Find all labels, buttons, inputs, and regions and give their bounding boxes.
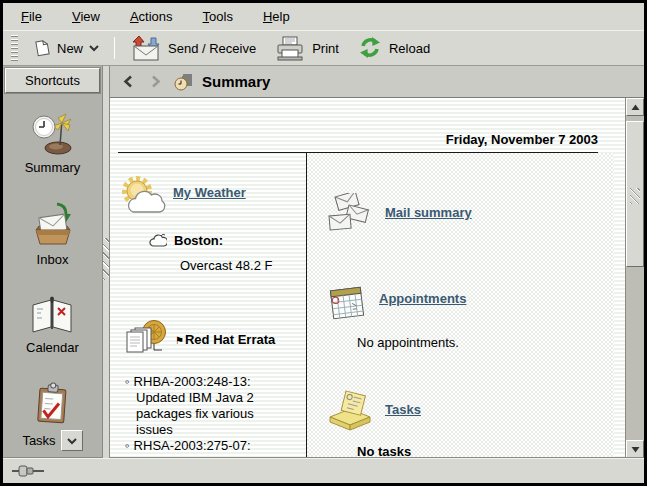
appointments-section-header: Appointments <box>327 283 614 323</box>
print-button-label: Print <box>312 41 339 56</box>
toolbar-grip-handle[interactable] <box>11 35 18 61</box>
status-bar <box>3 458 644 483</box>
open-book-icon <box>29 293 75 335</box>
appointments-link[interactable]: Appointments <box>379 291 466 323</box>
no-appointments-text: No appointments. <box>357 335 614 350</box>
my-weather-link[interactable]: My Weather <box>173 185 246 221</box>
cloud-icon <box>149 233 167 248</box>
errata-list: RHBA-2003:248-13: Updated IBM Java 2 pac… <box>125 374 293 458</box>
evolution-window: File View Actions Tools Help New <box>0 0 647 486</box>
tasks-link[interactable]: Tasks <box>385 402 421 432</box>
chevron-down-icon <box>89 44 99 52</box>
sidebar-item-calendar-label: Calendar <box>26 340 79 355</box>
sidebar-item-summary[interactable]: Summary <box>25 111 81 175</box>
shortcuts-sidebar: Shortcuts <box>3 66 103 458</box>
sidebar-item-summary-label: Summary <box>25 160 81 175</box>
shortcut-group-dropdown-button[interactable] <box>61 430 83 451</box>
chevron-right-icon <box>151 75 161 88</box>
menu-file[interactable]: File <box>11 5 52 28</box>
back-button[interactable] <box>118 72 138 92</box>
sidebar-item-calendar[interactable]: Calendar <box>26 293 79 355</box>
summary-title-icon <box>174 73 194 91</box>
left-column: My Weather Boston: Overcast 48.2 F <box>110 153 306 458</box>
content-row: Friday, November 7 2003 <box>110 98 644 458</box>
no-tasks-text: No tasks <box>357 444 614 458</box>
arrow-up-icon <box>631 104 640 111</box>
main-view: Summary Friday, November 7 2003 <box>110 66 644 458</box>
send-receive-icon <box>130 35 162 61</box>
scrollbar-track[interactable] <box>626 116 644 440</box>
shortcuts-group-button[interactable]: Shortcuts <box>5 68 100 93</box>
reload-button-label: Reload <box>389 41 430 56</box>
mail-section-header: Mail summary <box>327 193 614 235</box>
online-status-plug-icon[interactable] <box>11 464 45 478</box>
shortcut-list: Summary Inbox <box>3 95 102 458</box>
tasks-section-header: Tasks <box>327 390 614 432</box>
errata-section-header: ⚑Red Hat Errata <box>119 318 306 366</box>
scroll-down-button[interactable] <box>626 440 644 458</box>
sidebar-item-inbox-label: Inbox <box>37 252 69 267</box>
print-button[interactable]: Print <box>265 30 348 66</box>
menu-help[interactable]: Help <box>253 5 300 28</box>
sidebar-item-inbox[interactable]: Inbox <box>30 201 76 267</box>
arrow-down-icon <box>631 446 640 453</box>
reload-button[interactable]: Reload <box>348 31 439 65</box>
chevron-left-icon <box>123 75 133 88</box>
vertical-scrollbar[interactable] <box>625 98 644 458</box>
flag-icon: ⚑ <box>175 335 184 346</box>
clock-pinwheel-icon <box>30 111 76 155</box>
sidebar-item-tasks-label: Tasks <box>22 433 55 448</box>
errata-title: ⚑Red Hat Errata <box>175 332 275 366</box>
menu-bar: File View Actions Tools Help <box>3 3 644 30</box>
weather-location: Boston: <box>174 233 223 248</box>
menu-tools[interactable]: Tools <box>193 5 243 28</box>
right-column: Mail summary <box>307 153 614 458</box>
desk-calendar-icon <box>327 283 367 323</box>
inbox-envelope-icon <box>30 201 76 247</box>
summary-scrollview: Friday, November 7 2003 <box>110 98 625 458</box>
errata-item[interactable]: RHBA-2003:248-13: Updated IBM Java 2 pac… <box>125 374 293 438</box>
new-note-icon <box>33 38 51 58</box>
envelopes-icon <box>327 193 373 235</box>
weather-conditions: Overcast 48.2 F <box>180 258 306 273</box>
chevron-down-icon <box>67 437 77 445</box>
print-icon <box>274 35 306 61</box>
reload-icon <box>357 36 383 60</box>
new-button-label: New <box>57 41 83 56</box>
page-title: Summary <box>202 73 270 90</box>
toolbar: New Send / Receive Print <box>3 30 644 66</box>
toolbar-separator <box>114 37 115 59</box>
sun-cloud-icon <box>119 175 167 221</box>
send-receive-button-label: Send / Receive <box>168 41 256 56</box>
scroll-up-button[interactable] <box>626 98 644 116</box>
weather-location-row: Boston: <box>149 233 306 248</box>
scrollbar-thumb[interactable] <box>626 121 644 267</box>
documents-coin-icon <box>119 318 171 366</box>
summary-columns: My Weather Boston: Overcast 48.2 F <box>110 153 625 458</box>
new-button[interactable]: New <box>24 33 108 63</box>
clipboard-check-icon <box>31 381 73 425</box>
notes-icon <box>327 390 373 432</box>
send-receive-button[interactable]: Send / Receive <box>121 30 265 66</box>
errata-item[interactable]: RHSA-2003:275-07: Updated CUPS packages … <box>125 438 293 458</box>
weather-section-header: My Weather <box>119 175 306 221</box>
menu-view[interactable]: View <box>62 5 110 28</box>
date-heading: Friday, November 7 2003 <box>110 98 625 152</box>
forward-button[interactable] <box>146 72 166 92</box>
mail-summary-link[interactable]: Mail summary <box>385 205 472 235</box>
folder-title-bar: Summary <box>110 66 644 98</box>
menu-actions[interactable]: Actions <box>120 5 183 28</box>
sidebar-item-tasks[interactable]: Tasks <box>22 381 82 451</box>
pane-splitter[interactable] <box>103 66 110 458</box>
body-row: Shortcuts <box>3 66 644 458</box>
